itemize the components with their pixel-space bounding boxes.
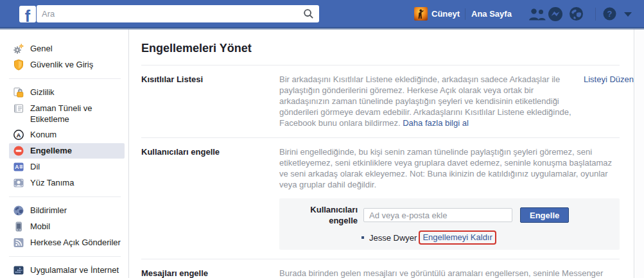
annotation-red-box: Engellemeyi Kaldır — [419, 230, 496, 245]
sidebar-item-engelleme[interactable]: Engelleme — [9, 143, 125, 159]
sidebar-item-bildirimler[interactable]: Bildirimler — [9, 203, 125, 218]
rss-icon — [13, 237, 24, 248]
apps-icon — [13, 265, 24, 276]
sidebar-item-label: Uygulamalar ve İnternet Siteleri — [30, 265, 122, 278]
location-letter: A — [17, 132, 21, 139]
blocked-user-row: Jesse Dwyer Engellemeyi Kaldır — [361, 230, 613, 245]
sidebar-item-label: Genel — [30, 43, 53, 54]
facebook-logo-letter: f — [19, 6, 36, 22]
sidebar-item-genel[interactable]: Genel — [9, 41, 125, 56]
notifications-globe-icon[interactable] — [569, 6, 584, 23]
sidebar-item-yuz-tanima[interactable]: Yüz Tanıma — [9, 175, 125, 191]
home-link[interactable]: Ana Sayfa — [471, 9, 512, 19]
help-glyph: ? — [607, 9, 613, 19]
help-icon[interactable]: ? — [603, 7, 616, 22]
sidebar-item-label: Dil — [30, 161, 40, 172]
settings-main-panel: Engellemeleri Yönet Kısıtlılar Listesi B… — [129, 30, 634, 278]
page-title: Engellemeleri Yönet — [141, 42, 620, 55]
sidebar-item-dil[interactable]: A Dil — [9, 159, 125, 175]
section-description: Birini engellediğinde, bu kişi senin zam… — [279, 146, 620, 190]
sidebar-divider — [9, 196, 121, 197]
sidebar-item-label: Konum — [30, 129, 57, 140]
mobile-icon — [13, 221, 24, 232]
block-users-form: Kullanıcıları engelle Engelle Jesse Dwye… — [279, 198, 620, 250]
sidebar-item-label: Yüz Tanıma — [30, 177, 74, 188]
bullet-icon — [361, 236, 364, 239]
search-icon[interactable] — [297, 5, 319, 22]
sidebar-item-herkese-acik[interactable]: Herkese Açık Gönderiler — [9, 235, 125, 250]
timeline-icon — [13, 103, 24, 114]
facebook-logo[interactable]: f — [19, 6, 36, 22]
search-bar[interactable] — [37, 5, 319, 22]
block-user-input[interactable] — [363, 208, 512, 222]
sidebar-divider — [9, 256, 121, 257]
sidebar-item-zaman-tuneli[interactable]: Zaman Tüneli ve Etiketleme — [9, 101, 125, 126]
topbar-divider-2 — [595, 8, 596, 21]
language-icon: A — [13, 161, 24, 173]
sidebar-item-label: Güvenlik ve Giriş — [30, 59, 93, 70]
learn-more-link[interactable]: Daha fazla bilgi al — [403, 118, 469, 128]
language-letter: A — [15, 164, 19, 170]
location-icon: A — [13, 129, 24, 141]
sidebar-item-konum[interactable]: A Konum — [9, 127, 125, 143]
sidebar-item-guvenlik[interactable]: Güvenlik ve Giriş — [9, 57, 125, 73]
messenger-icon[interactable] — [548, 6, 563, 24]
section-block-messages: Mesajları engelle Burada birinden gelen … — [141, 259, 620, 278]
sidebar-item-uygulamalar[interactable]: Uygulamalar ve İnternet Siteleri — [9, 263, 125, 278]
section-label: Mesajları engelle — [141, 268, 279, 278]
block-icon — [13, 145, 24, 157]
sidebar-item-label: Mobil — [30, 221, 50, 232]
right-gutter — [635, 30, 644, 278]
section-block-users: Kullanıcıları engelle Birini engellediği… — [141, 137, 620, 259]
block-button[interactable]: Engelle — [520, 207, 569, 223]
face-recognition-icon — [13, 177, 24, 189]
top-nav-bar: f Cüneyt Ana Sayfa — [0, 0, 644, 28]
sidebar-item-label: Engelleme — [30, 145, 72, 156]
section-label: Kullanıcıları engelle — [141, 146, 279, 250]
sidebar-item-label: Gizlilik — [30, 87, 55, 98]
sidebar-item-gizlilik[interactable]: Gizlilik — [9, 85, 125, 100]
sidebar-item-mobil[interactable]: Mobil — [9, 219, 125, 234]
section-description: Bir arkadaşını Kısıtlılar Listene ekledi… — [279, 74, 584, 128]
sidebar-item-label: Herkese Açık Gönderiler — [30, 237, 121, 248]
sidebar-divider — [9, 78, 121, 79]
section-description: Burada birinden gelen mesajları ve görün… — [279, 268, 620, 278]
blocked-user-name: Jesse Dwyer — [369, 232, 417, 243]
sidebar-item-label: Bildirimler — [30, 205, 67, 216]
friend-requests-icon[interactable] — [528, 8, 546, 22]
section-restricted-list: Kısıtlılar Listesi Bir arkadaşını Kısıtl… — [141, 65, 620, 137]
topbar-divider — [465, 8, 466, 20]
section-label: Kısıtlılar Listesi — [141, 74, 279, 128]
gears-icon — [13, 43, 24, 55]
settings-sidebar: Genel Güvenlik ve Giriş Gizlilik — [0, 30, 129, 278]
unblock-link[interactable]: Engellemeyi Kaldır — [422, 232, 492, 242]
globe-icon — [13, 205, 24, 216]
edit-list-link[interactable]: Listeyi Düzenle — [584, 74, 634, 85]
account-menu-caret-icon[interactable] — [624, 12, 632, 17]
lock-icon — [13, 87, 24, 98]
search-input[interactable] — [37, 9, 297, 19]
sidebar-item-label: Zaman Tüneli ve Etiketleme — [30, 103, 122, 125]
shield-icon — [13, 59, 24, 71]
block-users-form-label: Kullanıcıları engelle — [286, 204, 358, 226]
profile-name-link[interactable]: Cüneyt — [431, 9, 460, 19]
avatar[interactable] — [414, 7, 428, 21]
